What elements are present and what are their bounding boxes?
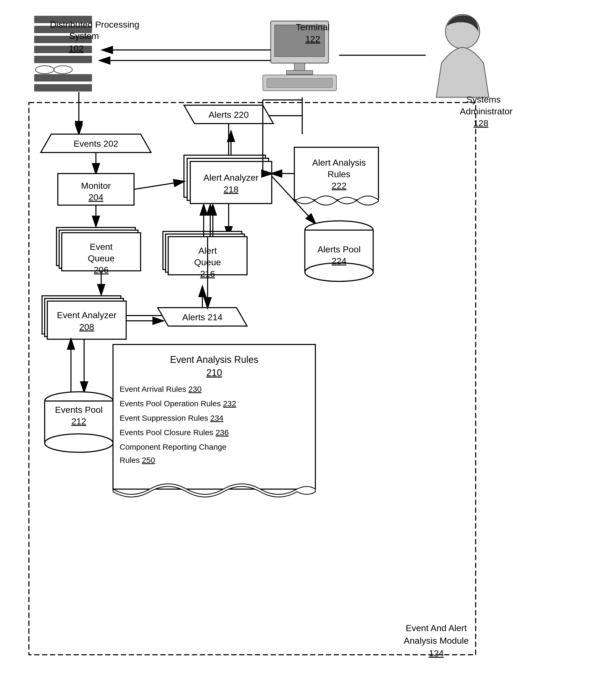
- svg-text:212: 212: [71, 416, 86, 426]
- svg-text:Events Pool Operation Rules 23: Events Pool Operation Rules 232: [119, 399, 236, 408]
- svg-text:Alerts 214: Alerts 214: [182, 312, 222, 322]
- svg-text:122: 122: [305, 34, 320, 44]
- svg-point-88: [45, 434, 113, 452]
- svg-text:Alert Analyzer: Alert Analyzer: [203, 172, 259, 183]
- svg-rect-15: [294, 63, 305, 71]
- svg-text:Alert Analysis: Alert Analysis: [312, 157, 366, 168]
- svg-text:Rules: Rules: [328, 169, 351, 179]
- svg-point-6: [36, 66, 54, 73]
- svg-text:224: 224: [332, 256, 347, 266]
- svg-text:128: 128: [474, 118, 488, 128]
- svg-text:Analysis Module: Analysis Module: [404, 636, 469, 646]
- diagram-container: Distributed Processing System 102 Termin…: [0, 0, 616, 685]
- svg-text:Administrator: Administrator: [460, 106, 512, 116]
- svg-text:204: 204: [89, 192, 104, 202]
- svg-rect-68: [190, 162, 272, 204]
- svg-text:Alerts 220: Alerts 220: [208, 110, 249, 120]
- svg-text:Event Analyzer: Event Analyzer: [57, 310, 117, 320]
- svg-text:Events 202: Events 202: [73, 138, 118, 149]
- svg-text:Terminal: Terminal: [296, 22, 330, 32]
- svg-text:Rules 250: Rules 250: [119, 456, 155, 464]
- svg-text:Queue: Queue: [88, 253, 115, 263]
- svg-rect-18: [267, 78, 332, 88]
- svg-text:Event Arrival Rules 230: Event Arrival Rules 230: [119, 385, 202, 393]
- svg-text:218: 218: [224, 184, 239, 194]
- svg-line-71: [134, 181, 184, 189]
- svg-text:Event: Event: [90, 242, 113, 252]
- svg-rect-5: [34, 56, 92, 63]
- svg-text:Event Suppression Rules 234: Event Suppression Rules 234: [119, 414, 223, 422]
- svg-text:124: 124: [429, 648, 444, 658]
- svg-text:Component Reporting Change: Component Reporting Change: [119, 443, 226, 451]
- svg-rect-9: [34, 84, 92, 91]
- svg-rect-8: [34, 74, 92, 82]
- svg-text:Events Pool Closure Rules 236: Events Pool Closure Rules 236: [119, 428, 229, 437]
- svg-text:Alerts Pool: Alerts Pool: [317, 244, 360, 254]
- svg-text:210: 210: [206, 367, 222, 378]
- svg-text:102: 102: [69, 43, 84, 53]
- svg-text:222: 222: [332, 181, 347, 191]
- svg-point-7: [54, 66, 72, 73]
- svg-text:Systems: Systems: [466, 94, 501, 104]
- svg-text:Event And Alert: Event And Alert: [406, 623, 467, 633]
- svg-rect-47: [47, 301, 126, 339]
- svg-text:208: 208: [79, 322, 94, 332]
- svg-text:System: System: [69, 31, 99, 41]
- svg-text:Event Analysis Rules: Event Analysis Rules: [170, 354, 258, 365]
- svg-text:Distributed Processing: Distributed Processing: [50, 19, 139, 29]
- svg-text:Monitor: Monitor: [81, 181, 111, 191]
- svg-rect-16: [286, 70, 313, 74]
- svg-text:Events Pool: Events Pool: [55, 405, 103, 415]
